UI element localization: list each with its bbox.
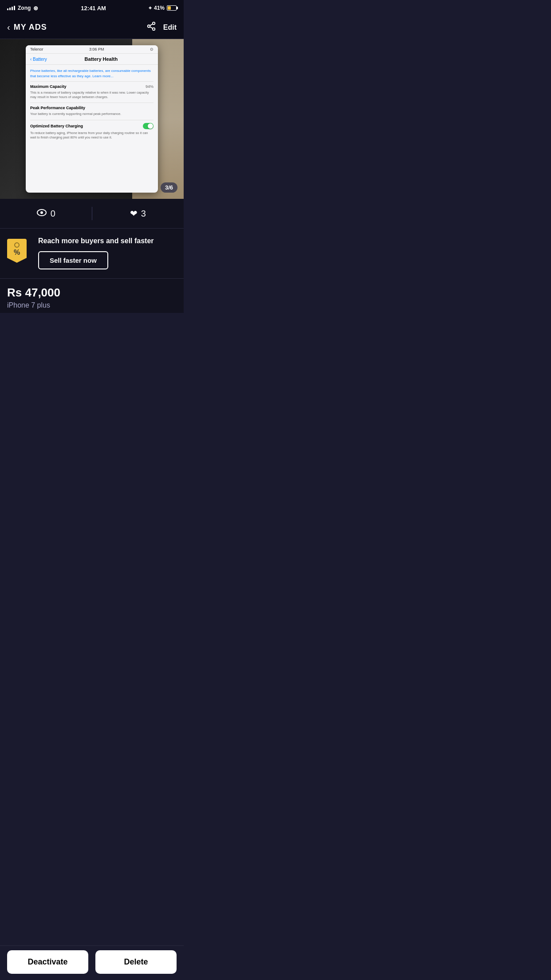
inner-navigation: ‹ Battery Battery Health — [26, 54, 158, 65]
product-image: Telenor 3:06 PM ⊙ ‹ Battery Battery Heal… — [0, 39, 184, 199]
price-tag-icon: % — [7, 239, 27, 263]
clock: 12:41 AM — [81, 5, 106, 12]
likes-stat: ❤ 3 — [92, 208, 184, 219]
max-capacity-row: Maximum Capacity 94% — [30, 84, 153, 89]
svg-line-4 — [150, 24, 153, 26]
inner-camera-icon: ⊙ — [150, 47, 153, 51]
status-left: Zong ⊛ — [7, 5, 38, 12]
header-right: Edit — [146, 21, 177, 33]
promo-icon-wrap: % — [7, 239, 31, 267]
inner-status-bar: Telenor 3:06 PM ⊙ — [26, 45, 158, 54]
svg-point-6 — [40, 211, 43, 214]
promo-text-area: Reach more buyers and sell faster Sell f… — [38, 237, 177, 269]
inner-back-label: ‹ Battery — [30, 57, 47, 62]
price-section: Rs 47,000 iPhone 7 plus — [0, 278, 184, 313]
toggle-optimized-charging — [143, 123, 153, 129]
listing-price: Rs 47,000 — [7, 286, 177, 300]
inner-phone-screen: Telenor 3:06 PM ⊙ ‹ Battery Battery Heal… — [26, 45, 158, 192]
eye-icon — [36, 209, 47, 219]
header: ‹ MY ADS Edit — [0, 16, 184, 39]
promo-headline: Reach more buyers and sell faster — [38, 237, 177, 246]
listing-title: iPhone 7 plus — [7, 301, 177, 309]
stats-row: 0 ❤ 3 — [0, 199, 184, 228]
svg-line-3 — [150, 27, 153, 28]
inner-carrier: Telenor — [30, 47, 43, 51]
views-count: 0 — [51, 209, 55, 219]
signal-icon — [7, 6, 15, 10]
learn-more-link: Learn more... — [92, 74, 114, 78]
battery-percent: 41% — [154, 5, 165, 11]
inner-screen-content: Phone batteries, like all rechargeable b… — [26, 65, 158, 146]
carrier-label: Zong — [18, 5, 31, 11]
status-bar: Zong ⊛ 12:41 AM ⌖ 41% — [0, 0, 184, 16]
battery-icon — [167, 5, 177, 11]
optimized-charging-row: Optimized Battery Charging — [30, 123, 153, 129]
location-icon: ⌖ — [149, 5, 152, 11]
back-button[interactable]: ‹ — [7, 22, 10, 32]
edit-button[interactable]: Edit — [163, 24, 177, 32]
image-counter: 3/6 — [161, 182, 177, 193]
inner-screen-title: Battery Health — [49, 56, 153, 62]
percent-symbol: % — [14, 249, 20, 257]
status-right: ⌖ 41% — [149, 5, 177, 11]
views-stat: 0 — [0, 209, 92, 219]
promo-section: % Reach more buyers and sell faster Sell… — [0, 228, 184, 278]
heart-icon: ❤ — [130, 208, 138, 219]
product-image-container: Telenor 3:06 PM ⊙ ‹ Battery Battery Heal… — [0, 39, 184, 199]
page-title: MY ADS — [14, 23, 47, 32]
inner-description: Phone batteries, like all rechargeable b… — [30, 68, 153, 78]
likes-count: 3 — [141, 209, 146, 219]
inner-time: 3:06 PM — [89, 47, 104, 51]
wifi-icon: ⊛ — [33, 5, 38, 12]
sell-faster-button[interactable]: Sell faster now — [38, 251, 108, 269]
header-left: ‹ MY ADS — [7, 22, 47, 32]
share-icon[interactable] — [146, 21, 156, 33]
